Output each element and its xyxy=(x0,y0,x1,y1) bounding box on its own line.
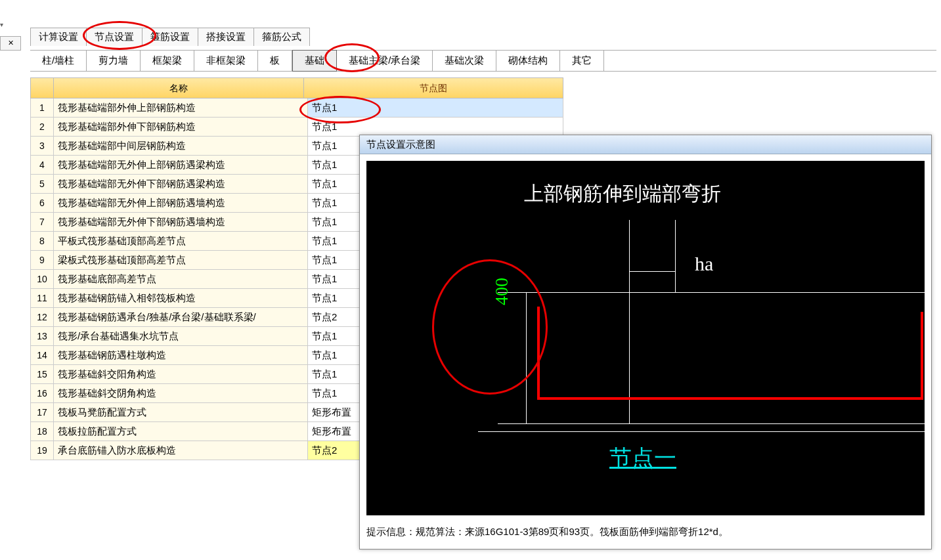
row-index: 9 xyxy=(31,251,54,269)
row-index: 14 xyxy=(31,346,54,364)
row-name: 筏形基础端部无外伸上部钢筋遇梁构造 xyxy=(54,156,308,174)
table-header: 名称 节点图 xyxy=(30,77,563,98)
row-name: 平板式筏形基础顶部高差节点 xyxy=(54,232,308,250)
row-name: 筏形基础端部无外伸下部钢筋遇梁构造 xyxy=(54,175,308,193)
subtab-slab[interactable]: 板 xyxy=(258,51,292,71)
header-diagram: 节点图 xyxy=(304,78,563,98)
subtab-foundation-sec-beam[interactable]: 基础次梁 xyxy=(433,51,496,71)
row-index: 10 xyxy=(31,270,54,288)
tab-stirrup-settings[interactable]: 箍筋设置 xyxy=(142,28,198,46)
diagram-node-label: 节点一 xyxy=(609,443,676,473)
diagram-dimension-400: 400 xyxy=(491,278,512,305)
row-index: 15 xyxy=(31,365,54,383)
annotation-circle xyxy=(432,259,548,395)
subtab-frame-beam[interactable]: 框架梁 xyxy=(141,51,194,71)
row-index: 5 xyxy=(31,175,54,193)
sub-tabs: 柱/墙柱 剪力墙 框架梁 非框架梁 板 基础 基础主梁/承台梁 基础次梁 砌体结… xyxy=(30,50,936,72)
row-index: 13 xyxy=(31,327,54,345)
row-index: 19 xyxy=(31,441,54,460)
subtab-other[interactable]: 其它 xyxy=(560,51,604,71)
row-index: 17 xyxy=(31,403,54,421)
row-index: 1 xyxy=(31,98,54,117)
row-index: 6 xyxy=(31,194,54,212)
row-name: 承台底筋锚入防水底板构造 xyxy=(54,441,308,460)
row-name: 筏板马凳筋配置方式 xyxy=(54,403,308,421)
subtab-column[interactable]: 柱/墙柱 xyxy=(30,51,87,71)
row-value[interactable]: 节点1 xyxy=(308,118,563,136)
row-name: 筏形基础端部外伸上部钢筋构造 xyxy=(54,98,308,117)
subtab-nonframe-beam[interactable]: 非框架梁 xyxy=(194,51,258,71)
tab-splice-settings[interactable]: 搭接设置 xyxy=(198,28,254,46)
tab-stirrup-formula[interactable]: 箍筋公式 xyxy=(254,28,310,46)
row-index: 16 xyxy=(31,384,54,402)
subtab-masonry[interactable]: 砌体结构 xyxy=(496,51,560,71)
row-name: 筏形基础钢筋遇承台/独基/承台梁/基础联系梁/ xyxy=(54,308,308,326)
row-value[interactable]: 节点1 xyxy=(308,98,563,117)
row-name: 筏形基础端部中间层钢筋构造 xyxy=(54,137,308,155)
tab-calc-settings[interactable]: 计算设置 xyxy=(30,28,87,46)
toolbar-dropdown-icon[interactable] xyxy=(0,18,13,32)
row-name: 梁板式筏形基础顶部高差节点 xyxy=(54,251,308,269)
row-name: 筏形基础斜交阳角构造 xyxy=(54,365,308,383)
row-index: 11 xyxy=(31,289,54,307)
row-name: 筏形基础端部外伸下部钢筋构造 xyxy=(54,118,308,136)
subtab-shearwall[interactable]: 剪力墙 xyxy=(87,51,141,71)
table-row[interactable]: 1筏形基础端部外伸上部钢筋构造节点1 xyxy=(30,98,563,118)
diagram-footer-note: 提示信息：规范算法：来源16G101-3第89页和93页。筏板面筋伸到端部弯折1… xyxy=(360,522,931,542)
row-index: 8 xyxy=(31,232,54,250)
subtab-foundation-main-beam[interactable]: 基础主梁/承台梁 xyxy=(337,51,433,71)
row-name: 筏形/承台基础遇集水坑节点 xyxy=(54,327,308,345)
diagram-main-label: 上部钢筋伸到端部弯折 xyxy=(524,181,721,207)
close-button[interactable]: ✕ xyxy=(0,36,21,51)
row-index: 18 xyxy=(31,422,54,441)
row-name: 筏形基础端部无外伸下部钢筋遇墙构造 xyxy=(54,213,308,231)
diagram-window-title: 节点设置示意图 xyxy=(360,135,931,154)
diagram-dimension-ha: ha xyxy=(695,253,713,275)
diagram-window: 节点设置示意图 上部钢筋伸到端部弯折 ha 400 节点一 提示信息：规范算法：… xyxy=(359,135,932,549)
diagram-rebar-shape xyxy=(537,312,923,400)
row-name: 筏形基础斜交阴角构造 xyxy=(54,384,308,402)
row-name: 筏形基础钢筋遇柱墩构造 xyxy=(54,346,308,364)
row-name: 筏形基础底部高差节点 xyxy=(54,270,308,288)
row-index: 12 xyxy=(31,308,54,326)
row-index: 3 xyxy=(31,137,54,155)
row-index: 2 xyxy=(31,118,54,136)
row-index: 7 xyxy=(31,213,54,231)
row-index: 4 xyxy=(31,156,54,174)
diagram-canvas: 上部钢筋伸到端部弯折 ha 400 节点一 xyxy=(366,161,925,515)
table-row[interactable]: 2筏形基础端部外伸下部钢筋构造节点1 xyxy=(30,118,563,137)
row-name: 筏板拉筋配置方式 xyxy=(54,422,308,441)
header-name: 名称 xyxy=(54,78,304,98)
tab-node-settings[interactable]: 节点设置 xyxy=(87,28,142,46)
row-name: 筏形基础端部无外伸上部钢筋遇墙构造 xyxy=(54,194,308,212)
subtab-foundation[interactable]: 基础 xyxy=(292,50,337,72)
row-name: 筏形基础钢筋锚入相邻筏板构造 xyxy=(54,289,308,307)
main-tabs: 计算设置 节点设置 箍筋设置 搭接设置 箍筋公式 xyxy=(30,28,310,46)
